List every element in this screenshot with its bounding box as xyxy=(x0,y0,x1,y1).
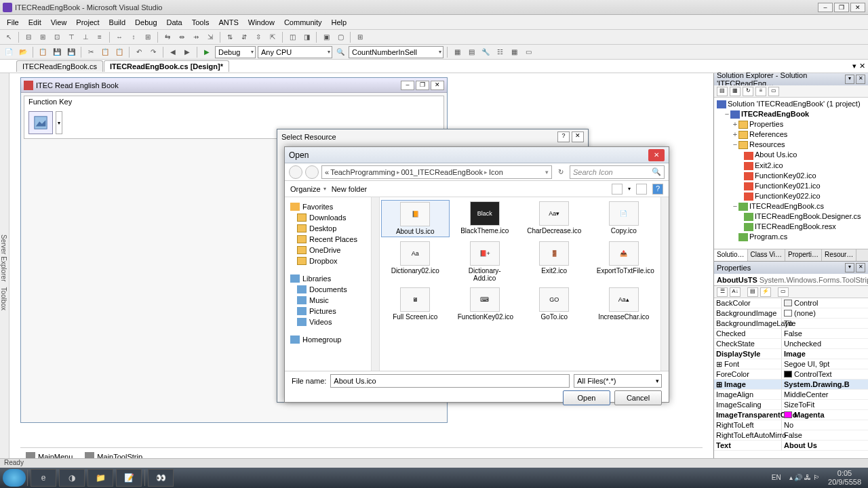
refresh-icon[interactable]: ↻ xyxy=(555,166,567,178)
undo-icon[interactable]: ↶ xyxy=(133,46,145,58)
open-button[interactable]: Open xyxy=(563,390,610,405)
property-value[interactable]: ControlText xyxy=(782,369,868,379)
hspacing-icon[interactable]: ⇆ xyxy=(161,31,174,43)
toolbox-icon[interactable]: 🔧 xyxy=(479,46,492,58)
tab-properties[interactable]: Properti… xyxy=(785,249,822,261)
property-value[interactable]: (none) xyxy=(782,308,868,318)
alphabetical-icon[interactable]: A↓ xyxy=(730,287,741,297)
favorites-header[interactable]: Favorites xyxy=(285,201,379,212)
libraries-header[interactable]: Libraries xyxy=(285,273,379,284)
redo-icon[interactable]: ↷ xyxy=(147,46,159,58)
sidebar-onedrive[interactable]: OneDrive xyxy=(285,245,379,256)
property-value[interactable]: Tile xyxy=(782,319,868,328)
properties-page-icon[interactable]: ▤ xyxy=(747,287,758,297)
menu-build[interactable]: Build xyxy=(105,17,130,28)
property-value[interactable]: About Us xyxy=(782,441,868,450)
property-value[interactable]: SizeToFit xyxy=(782,400,868,409)
menu-debug[interactable]: Debug xyxy=(131,17,161,28)
se-viewdesigner-icon[interactable]: ▭ xyxy=(768,87,779,96)
same-width-icon[interactable]: ↔ xyxy=(113,31,125,43)
property-value[interactable]: MiddleCenter xyxy=(782,390,868,399)
tab-nav-dropdown[interactable]: ▾ xyxy=(852,62,856,70)
tab-order-icon[interactable]: ⊞ xyxy=(354,31,366,43)
sidebar-dropbox[interactable]: Dropbox xyxy=(285,256,379,266)
solution-tree[interactable]: Solution 'ITECReadEngBook' (1 project) −… xyxy=(714,98,868,249)
file-item[interactable]: ⌨FunctionKey02.ico xyxy=(451,286,519,322)
center-horiz-icon[interactable]: ◫ xyxy=(286,31,298,43)
se-viewcode-icon[interactable]: ≡ xyxy=(755,87,766,96)
property-row[interactable]: RightToLeftAutoMirroFalse xyxy=(714,430,868,441)
search-input[interactable]: Search Icon 🔍 xyxy=(570,165,665,179)
tab-resources[interactable]: Resour… xyxy=(822,249,856,261)
menu-tools[interactable]: Tools xyxy=(188,17,214,28)
taskbar-explorer-icon[interactable]: 📁 xyxy=(87,469,113,487)
homegroup-header[interactable]: Homegroup xyxy=(285,334,379,345)
solution-explorer-icon[interactable]: ▦ xyxy=(451,46,463,58)
menu-file[interactable]: File xyxy=(3,17,23,28)
save-all-icon[interactable]: 💾 xyxy=(65,46,77,58)
tab-solution[interactable]: Solutio… xyxy=(714,249,748,261)
categorized-icon[interactable]: ☰ xyxy=(717,287,728,297)
file-item[interactable]: 📤ExportToTxtFile.ico xyxy=(590,240,658,283)
cut-icon[interactable]: ✂ xyxy=(85,46,97,58)
new-project-icon[interactable]: 📄 xyxy=(3,46,15,58)
paste-icon[interactable]: 📋 xyxy=(113,46,125,58)
class-view-icon[interactable]: ▦ xyxy=(508,46,520,58)
taskbar-app1-icon[interactable]: ◑ xyxy=(59,469,85,487)
hspacing-inc-icon[interactable]: ⇹ xyxy=(176,31,188,43)
copy-icon[interactable]: 📋 xyxy=(99,46,111,58)
menu-community[interactable]: Community xyxy=(280,17,326,28)
tray-clock[interactable]: 0:0520/9/5558 xyxy=(824,469,865,487)
file-item[interactable]: GOGoTo.ico xyxy=(520,286,589,322)
nav-forward-button[interactable] xyxy=(305,165,319,179)
sidebar-music[interactable]: Music xyxy=(285,295,379,306)
file-item[interactable]: AaDictionary02.ico xyxy=(381,240,450,283)
dialog-help-button[interactable]: ? xyxy=(557,131,570,142)
start-debug-icon[interactable]: ▶ xyxy=(201,46,213,58)
output-icon[interactable]: ▭ xyxy=(522,46,534,58)
preview-pane-icon[interactable] xyxy=(636,184,647,195)
property-row[interactable]: ImageScalingSizeToFit xyxy=(714,400,868,410)
property-row[interactable]: BackgroundImage(none) xyxy=(714,308,868,319)
file-item[interactable]: 📄Copy.ico xyxy=(590,200,658,237)
find-icon[interactable]: 🔍 xyxy=(334,46,347,58)
form-close-button[interactable]: ✕ xyxy=(431,81,444,90)
same-size-icon[interactable]: ⊞ xyxy=(142,31,154,43)
file-list[interactable]: 📙About Us.icoBlackBlackTheme.icoAa▾CharD… xyxy=(380,197,669,371)
tab-designer[interactable]: ITECReadEngBook.cs [Design]* xyxy=(104,60,229,72)
se-properties-icon[interactable]: ▤ xyxy=(717,87,728,96)
pointer-icon[interactable]: ↖ xyxy=(3,31,15,43)
add-item-icon[interactable]: 📋 xyxy=(37,46,49,58)
property-row[interactable]: BackgroundImageLayoTile xyxy=(714,319,868,329)
tab-source[interactable]: ITECReadEngBook.cs xyxy=(16,60,103,72)
hspacing-dec-icon[interactable]: ⇸ xyxy=(190,31,202,43)
center-vert-icon[interactable]: ◨ xyxy=(300,31,313,43)
property-value[interactable]: System.Drawing.B xyxy=(782,380,868,389)
toolstrip-image-button[interactable] xyxy=(28,111,53,134)
help-icon[interactable]: ? xyxy=(652,184,663,195)
find-combo[interactable]: CountNumberInSell xyxy=(349,46,443,58)
align-right-icon[interactable]: ⊡ xyxy=(51,31,63,43)
file-item[interactable]: 🚪Exit2.ico xyxy=(520,240,589,283)
form-max-button[interactable]: ❐ xyxy=(416,81,429,90)
close-button[interactable]: ✕ xyxy=(850,3,865,12)
property-value[interactable]: False xyxy=(782,329,868,338)
property-value[interactable]: Image xyxy=(782,349,868,359)
nav-back-icon[interactable]: ◀ xyxy=(167,46,179,58)
menu-view[interactable]: View xyxy=(47,17,71,28)
nav-fwd-icon[interactable]: ▶ xyxy=(181,46,193,58)
property-value[interactable]: Control xyxy=(782,298,868,308)
file-item[interactable]: Aa▴IncreaseChar.ico xyxy=(590,286,658,322)
view-options-icon[interactable] xyxy=(612,184,623,195)
property-row[interactable]: RightToLeftNo xyxy=(714,420,868,430)
properties-icon[interactable]: ▤ xyxy=(465,46,477,58)
tray-lang[interactable]: EN xyxy=(768,474,785,482)
property-row[interactable]: ⊞ FontSegoe UI, 9pt xyxy=(714,359,868,369)
align-bottom-icon[interactable]: ≡ xyxy=(94,31,106,43)
open-dialog-close-button[interactable]: ✕ xyxy=(648,149,665,161)
menu-help[interactable]: Help xyxy=(328,17,351,28)
property-value[interactable]: Magenta xyxy=(782,410,868,420)
vspacing-rem-icon[interactable]: ⇱ xyxy=(267,31,279,43)
property-row[interactable]: CheckStateUnchecked xyxy=(714,339,868,349)
file-filter-combo[interactable]: All Files(*.*) xyxy=(574,374,662,388)
